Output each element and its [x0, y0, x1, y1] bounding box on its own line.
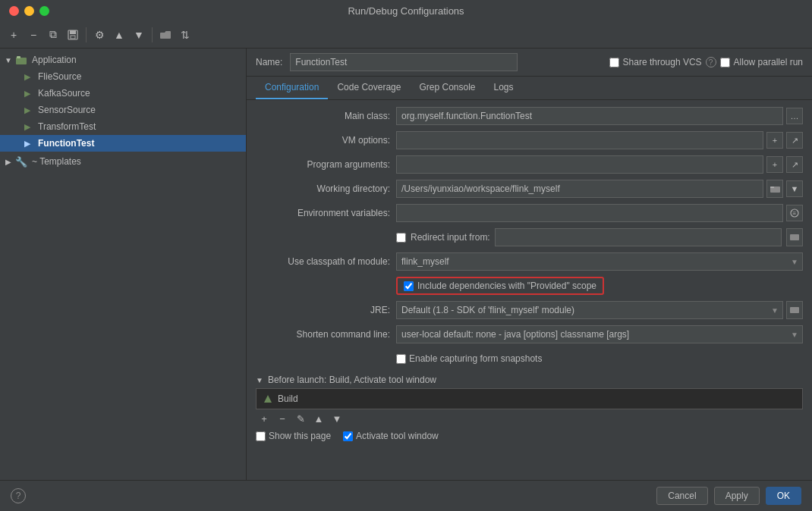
left-panel: ▼ Application ▶ FlieSource: [0, 49, 247, 480]
classpath-module-select-wrapper: flink_myself ▼: [396, 252, 803, 271]
close-button[interactable]: [9, 6, 19, 16]
bottom-checks: Show this page Activate tool window: [256, 426, 803, 446]
footer-help-icon[interactable]: ?: [11, 488, 26, 503]
name-label: Name:: [256, 57, 282, 67]
env-variables-field: ≡: [396, 204, 803, 222]
launch-item-build[interactable]: Build: [260, 392, 799, 406]
title-bar: Run/Debug Configurations: [0, 0, 812, 21]
classpath-module-row: Use classpath of module: flink_myself ▼: [256, 252, 803, 271]
add-config-button[interactable]: +: [5, 26, 23, 44]
tree-fliesource[interactable]: ▶ FlieSource: [0, 68, 246, 85]
enable-snapshots-row: Enable capturing form snapshots: [256, 349, 803, 368]
transformtest-label: TransformTest: [38, 121, 96, 132]
enable-snapshots-checkbox[interactable]: [396, 354, 406, 364]
name-input[interactable]: [290, 53, 518, 71]
activate-tool-label[interactable]: Activate tool window: [343, 431, 439, 441]
args-macro-button[interactable]: ↗: [786, 156, 803, 173]
move-down-button[interactable]: ▼: [130, 26, 148, 44]
save-config-button[interactable]: [64, 26, 82, 44]
kafkasource-icon: ▶: [21, 87, 33, 99]
tree-sensorsource[interactable]: ▶ SensorSource: [0, 102, 246, 118]
shorten-cmdline-select[interactable]: user-local default: none - java [options…: [396, 325, 803, 343]
parallel-checkbox[interactable]: [720, 58, 730, 67]
launch-down-button[interactable]: ▼: [329, 411, 345, 426]
env-variables-input[interactable]: [396, 204, 783, 222]
tree-transformtest[interactable]: ▶ TransformTest: [0, 118, 246, 135]
vcs-help-icon[interactable]: ?: [706, 57, 716, 67]
vm-options-label: VM options:: [256, 135, 396, 146]
tab-code-coverage[interactable]: Code Coverage: [328, 77, 410, 99]
right-panel: Name: Share through VCS ? Allow parallel…: [247, 49, 812, 480]
svg-rect-2: [71, 36, 75, 39]
vcs-checkbox[interactable]: [609, 58, 619, 67]
tab-logs[interactable]: Logs: [485, 77, 523, 99]
working-dir-browse-button[interactable]: [766, 180, 783, 198]
remove-config-button[interactable]: −: [24, 26, 42, 44]
window-title: Run/Debug Configurations: [348, 5, 464, 17]
tree-application-group[interactable]: ▼ Application: [0, 52, 246, 68]
args-expand-button[interactable]: +: [766, 156, 783, 173]
main-class-field: …: [396, 107, 803, 125]
apply-button[interactable]: Apply: [714, 487, 760, 505]
main-class-label: Main class:: [256, 111, 396, 121]
program-arguments-input[interactable]: [396, 155, 763, 174]
copy-config-button[interactable]: ⧉: [44, 26, 62, 44]
main-class-browse-button[interactable]: …: [786, 108, 803, 124]
maximize-button[interactable]: [39, 6, 49, 16]
launch-add-button[interactable]: +: [256, 411, 272, 426]
folder-button[interactable]: [156, 26, 175, 44]
settings-config-button[interactable]: ⚙: [90, 26, 109, 44]
window-controls[interactable]: [9, 6, 49, 16]
minimize-button[interactable]: [24, 6, 34, 16]
show-page-label[interactable]: Show this page: [256, 431, 331, 441]
sort-button[interactable]: ⇅: [176, 26, 194, 44]
classpath-module-select[interactable]: flink_myself: [396, 252, 803, 271]
redirect-browse-button[interactable]: [786, 228, 803, 246]
shorten-cmdline-label: Shorten command line:: [256, 329, 396, 340]
jre-select[interactable]: Default (1.8 - SDK of 'flink_myself' mod…: [396, 301, 783, 319]
redirect-input-input[interactable]: [495, 228, 782, 246]
svg-rect-7: [770, 187, 774, 188]
redirect-input-checkbox[interactable]: [396, 233, 406, 243]
launch-remove-button[interactable]: −: [274, 411, 291, 426]
kafkasource-label: KafkaSource: [38, 88, 90, 99]
jre-browse-button[interactable]: [786, 301, 803, 319]
launch-toolbar: + − ✎ ▲ ▼: [256, 411, 803, 426]
env-browse-button[interactable]: ≡: [786, 205, 803, 221]
activate-tool-checkbox[interactable]: [343, 431, 353, 441]
move-up-button[interactable]: ▲: [110, 26, 128, 44]
before-launch-header[interactable]: ▼ Before launch: Build, Activate tool wi…: [256, 375, 803, 385]
tree-functiontest[interactable]: ▶ FunctionTest: [0, 135, 246, 152]
redirect-input-row: Redirect input from:: [256, 227, 803, 247]
working-dir-dropdown-button[interactable]: ▼: [786, 180, 803, 197]
program-arguments-row: Program arguments: + ↗: [256, 155, 803, 174]
functiontest-label: FunctionTest: [38, 138, 94, 149]
vm-macro-button[interactable]: ↗: [786, 132, 803, 149]
tree-kafkasource[interactable]: ▶ KafkaSource: [0, 85, 246, 102]
ok-button[interactable]: OK: [766, 487, 801, 505]
main-class-input[interactable]: [396, 107, 783, 125]
vm-options-input[interactable]: [396, 131, 763, 149]
launch-up-button[interactable]: ▲: [310, 411, 327, 426]
launch-edit-button[interactable]: ✎: [292, 411, 309, 426]
enable-snapshots-checkbox-label[interactable]: Enable capturing form snapshots: [396, 353, 542, 364]
provided-scope-checkbox[interactable]: [404, 281, 414, 291]
working-directory-input[interactable]: [396, 180, 763, 198]
templates-icon: 🔧: [15, 155, 27, 168]
provided-scope-label: Include dependencies with "Provided" sco…: [417, 281, 596, 291]
tab-configuration[interactable]: Configuration: [256, 77, 328, 99]
shorten-cmdline-field: user-local default: none - java [options…: [396, 325, 803, 343]
svg-rect-1: [70, 30, 76, 34]
build-icon: [263, 393, 273, 404]
program-arguments-label: Program arguments:: [256, 159, 396, 170]
show-page-checkbox[interactable]: [256, 431, 266, 441]
templates-group-label: ~ Templates: [32, 156, 81, 167]
name-bar: Name: Share through VCS ? Allow parallel…: [247, 49, 812, 77]
tree-templates-group[interactable]: ▶ 🔧 ~ Templates: [0, 153, 246, 170]
cancel-button[interactable]: Cancel: [656, 487, 707, 505]
provided-scope-row: Include dependencies with "Provided" sco…: [256, 276, 803, 296]
vm-expand-button[interactable]: +: [766, 132, 783, 149]
before-launch-title: Before launch: Build, Activate tool wind…: [268, 375, 436, 385]
redirect-input-field: Redirect input from:: [396, 228, 803, 246]
tab-grep-console[interactable]: Grep Console: [410, 77, 484, 99]
